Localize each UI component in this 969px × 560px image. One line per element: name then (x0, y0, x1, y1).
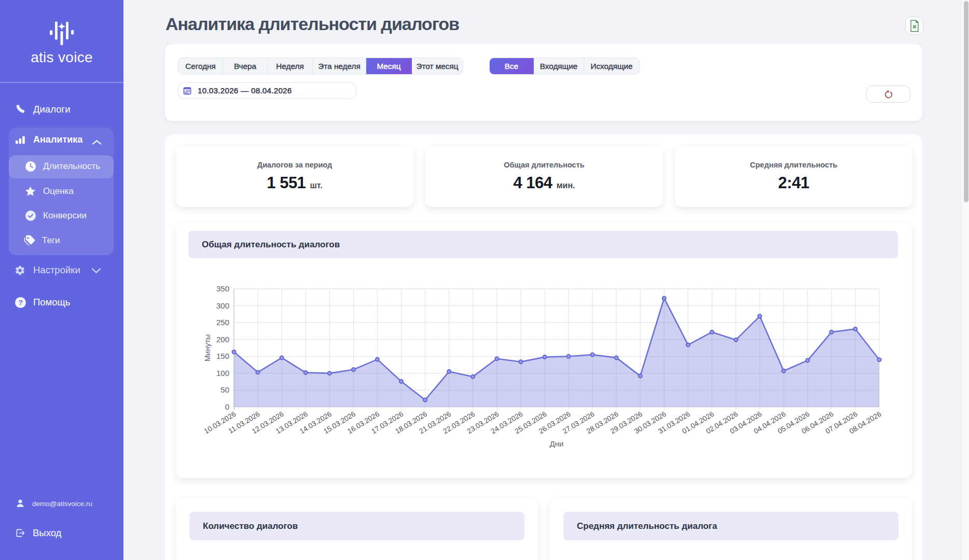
svg-text:?: ? (18, 299, 22, 306)
svg-text:100: 100 (216, 369, 229, 377)
svg-text:350: 350 (216, 284, 229, 293)
svg-text:250: 250 (216, 318, 229, 327)
svg-text:50: 50 (220, 385, 229, 394)
svg-text:300: 300 (216, 301, 229, 310)
svg-text:150: 150 (216, 352, 229, 360)
svg-text:Минуты: Минуты (203, 334, 212, 362)
svg-text:0: 0 (225, 402, 229, 411)
svg-text:200: 200 (216, 335, 229, 344)
svg-text:Дни: Дни (550, 439, 564, 448)
